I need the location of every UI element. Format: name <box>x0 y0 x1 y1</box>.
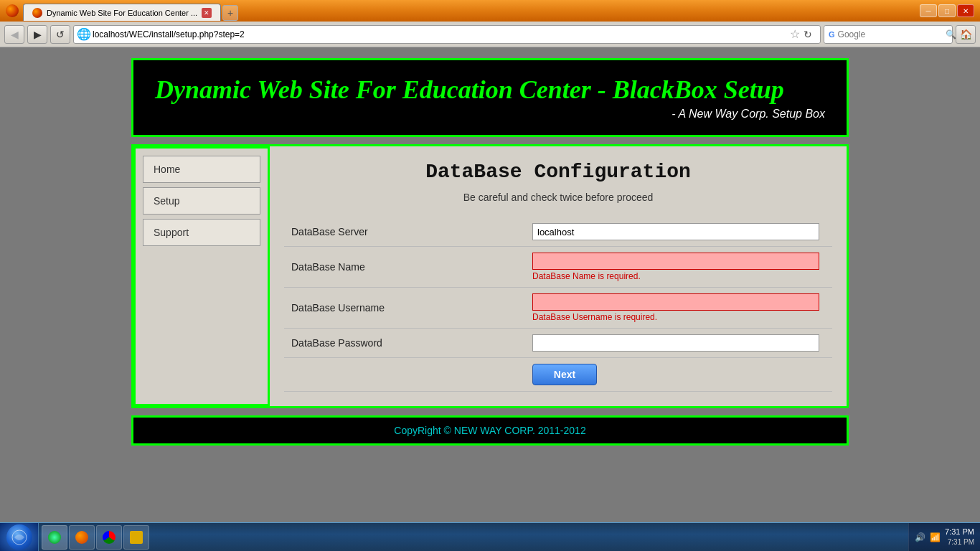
field-label-name: DataBase Name <box>284 247 528 288</box>
sidebar-item-home[interactable]: Home <box>143 156 260 183</box>
button-cell: Next <box>528 358 832 392</box>
copyright-text: CopyRight © NEW WAY CORP. 2011-2012 <box>394 425 585 436</box>
form-subtitle: Be careful and check twice before procee… <box>284 192 832 203</box>
table-row: DataBase Username DataBase Username is r… <box>284 288 832 329</box>
site-header: Dynamic Web Site For Education Center - … <box>131 58 849 137</box>
new-tab-button[interactable]: + <box>222 5 238 21</box>
page-title: DataBase Configuration <box>284 161 832 183</box>
tab-close-button[interactable]: ✕ <box>202 8 212 18</box>
taskbar-system-tray: 🔊 📶 7:31 PM 7:31 PM <box>908 523 980 552</box>
title-bar: Dynamic Web Site For Education Center ..… <box>0 0 980 22</box>
address-input[interactable] <box>93 29 790 39</box>
taskbar-chrome-icon <box>103 531 116 544</box>
site-title: Dynamic Web Site For Education Center - … <box>155 75 825 105</box>
browser-window: Dynamic Web Site For Education Center ..… <box>0 0 980 522</box>
table-row: DataBase Password <box>284 329 832 358</box>
start-orb-icon <box>6 524 32 550</box>
taskbar: 🔊 📶 7:31 PM 7:31 PM <box>0 522 980 551</box>
taskbar-app-explorer[interactable] <box>123 525 149 550</box>
taskbar-ie-icon <box>48 531 61 544</box>
taskbar-app-ie[interactable] <box>42 525 67 550</box>
clock-date: 7:31 PM <box>945 537 974 547</box>
button-label-cell <box>284 358 528 392</box>
db-username-error: DataBase Username is required. <box>532 312 825 322</box>
sidebar: Home Setup Support <box>133 146 270 406</box>
address-refresh-icon[interactable]: ↻ <box>800 27 816 42</box>
google-search-input[interactable] <box>838 29 946 39</box>
bookmark-star-icon[interactable]: ☆ <box>790 27 800 41</box>
google-search-bar[interactable]: G 🔍 <box>824 25 953 44</box>
minimize-button[interactable]: ─ <box>920 4 937 17</box>
volume-icon[interactable]: 🔊 <box>915 532 925 542</box>
db-name-error: DataBase Name is required. <box>532 271 825 281</box>
tab-bar: Dynamic Web Site For Education Center ..… <box>23 1 238 21</box>
window-controls: ─ □ ✕ <box>920 4 974 17</box>
site-footer: CopyRight © NEW WAY CORP. 2011-2012 <box>131 415 849 446</box>
site-subtitle: - A New Way Corp. Setup Box <box>155 108 825 121</box>
field-cell-username: DataBase Username is required. <box>528 288 832 329</box>
db-password-input[interactable] <box>532 334 819 352</box>
sidebar-item-setup[interactable]: Setup <box>143 187 260 215</box>
sidebar-item-support[interactable]: Support <box>143 219 260 246</box>
field-label-server: DataBase Server <box>284 217 528 247</box>
network-icon: 📶 <box>930 532 941 542</box>
field-cell-password <box>528 329 832 358</box>
main-container: Dynamic Web Site For Education Center - … <box>131 58 849 446</box>
close-button[interactable]: ✕ <box>957 4 974 17</box>
active-tab[interactable]: Dynamic Web Site For Education Center ..… <box>23 4 221 21</box>
title-bar-left: Dynamic Web Site For Education Center ..… <box>6 1 238 21</box>
maximize-button[interactable]: □ <box>938 4 956 17</box>
home-button[interactable]: 🏠 <box>956 25 976 44</box>
table-row: Next <box>284 358 832 392</box>
field-label-username: DataBase Username <box>284 288 528 329</box>
refresh-button[interactable]: ↺ <box>50 25 70 44</box>
taskbar-explorer-icon <box>130 531 143 544</box>
navigation-bar: ◀ ▶ ↺ 🌐 ☆ ↻ G 🔍 🏠 <box>0 22 980 47</box>
taskbar-time: 7:31 PM 7:31 PM <box>945 527 974 547</box>
db-name-input[interactable] <box>532 253 819 270</box>
db-server-input[interactable] <box>532 223 819 240</box>
address-lock-icon: 🌐 <box>78 29 90 40</box>
config-form-table: DataBase Server DataBase Name Da <box>284 217 832 392</box>
field-cell-name: DataBase Name is required. <box>528 247 832 288</box>
next-button[interactable]: Next <box>532 364 597 385</box>
forward-button[interactable]: ▶ <box>27 25 47 44</box>
google-logo: G <box>829 30 835 39</box>
taskbar-app-firefox[interactable] <box>69 525 95 550</box>
tab-favicon <box>32 8 42 18</box>
taskbar-firefox-icon <box>75 531 88 544</box>
main-form-content: DataBase Configuration Be careful and ch… <box>270 146 847 406</box>
content-area: Home Setup Support DataBase Configuratio… <box>131 144 849 408</box>
address-bar[interactable]: 🌐 ☆ ↻ <box>73 25 821 44</box>
taskbar-app-chrome[interactable] <box>96 525 122 550</box>
clock-time: 7:31 PM <box>945 527 974 537</box>
start-button[interactable] <box>0 523 39 552</box>
field-label-password: DataBase Password <box>284 329 528 358</box>
table-row: DataBase Name DataBase Name is required. <box>284 247 832 288</box>
field-cell-server <box>528 217 832 247</box>
table-row: DataBase Server <box>284 217 832 247</box>
db-username-input[interactable] <box>532 293 819 311</box>
firefox-logo-icon <box>6 4 19 17</box>
taskbar-apps <box>39 525 908 550</box>
tab-title: Dynamic Web Site For Education Center ..… <box>47 9 197 17</box>
search-icon[interactable]: 🔍 <box>946 29 956 39</box>
back-button[interactable]: ◀ <box>4 25 24 44</box>
page-content: Dynamic Web Site For Education Center - … <box>0 47 980 522</box>
